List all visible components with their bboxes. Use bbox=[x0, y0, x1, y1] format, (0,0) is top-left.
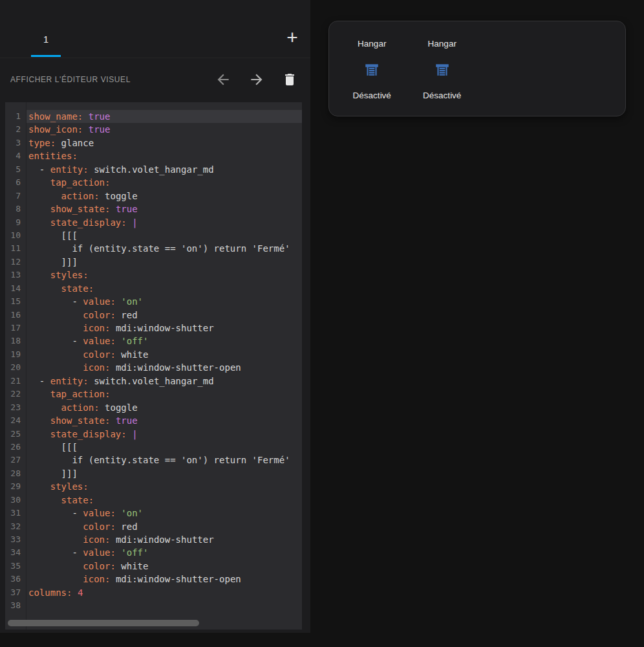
line-content: if (entity.state == 'on') return 'Fermé' bbox=[26, 454, 302, 466]
line-number: 8 bbox=[5, 203, 26, 215]
glance-entity-item[interactable]: HangarDésactivé bbox=[337, 38, 407, 102]
code-line[interactable]: 24 show_state: true bbox=[5, 414, 302, 427]
line-content: tap_action: bbox=[26, 388, 302, 400]
line-number: 25 bbox=[5, 428, 26, 441]
code-line[interactable]: 32 color: red bbox=[5, 520, 302, 533]
code-line[interactable]: 33 icon: mdi:window-shutter bbox=[5, 533, 302, 546]
code-line[interactable]: 8 show_state: true bbox=[5, 203, 302, 215]
undo-button[interactable] bbox=[215, 71, 231, 88]
code-line[interactable]: 36 icon: mdi:window-shutter-open bbox=[5, 573, 302, 586]
line-content: show_state: true bbox=[26, 203, 302, 215]
code-line[interactable]: 35 color: white bbox=[5, 560, 302, 573]
line-content: styles: bbox=[26, 269, 302, 281]
line-number: 14 bbox=[5, 282, 26, 295]
line-number: 23 bbox=[5, 401, 26, 414]
code-line[interactable]: 28 ]]] bbox=[5, 467, 302, 480]
line-number: 28 bbox=[5, 467, 26, 480]
line-number: 1 bbox=[5, 110, 26, 123]
code-line[interactable]: 23 action: toggle bbox=[5, 401, 302, 414]
code-line[interactable]: 18 - value: 'off' bbox=[5, 334, 302, 347]
line-content: state: bbox=[26, 282, 302, 295]
code-line[interactable]: 3type: glance bbox=[5, 137, 302, 149]
line-content: state_display: | bbox=[26, 216, 302, 229]
code-line[interactable]: 20 icon: mdi:window-shutter-open bbox=[5, 361, 302, 374]
show-visual-editor-button[interactable]: AFFICHER L'ÉDITEUR VISUEL bbox=[10, 75, 131, 84]
line-number: 26 bbox=[5, 441, 26, 454]
code-line[interactable]: 19 color: white bbox=[5, 348, 302, 361]
line-number: 17 bbox=[5, 322, 26, 334]
line-content: - value: 'off' bbox=[26, 334, 302, 347]
line-content: color: red bbox=[26, 309, 302, 322]
code-line[interactable]: 17 icon: mdi:window-shutter bbox=[5, 322, 302, 334]
code-line[interactable]: 14 state: bbox=[5, 282, 302, 295]
glance-grid: HangarDésactivéHangarDésactivé bbox=[329, 21, 625, 116]
line-content: color: red bbox=[26, 520, 302, 533]
code-line[interactable]: 34 - value: 'off' bbox=[5, 546, 302, 559]
line-content: - entity: switch.volet_hangar_md bbox=[26, 163, 302, 176]
code-line[interactable]: 4entities: bbox=[5, 149, 302, 162]
code-line[interactable]: 37columns: 4 bbox=[5, 586, 302, 599]
code-line[interactable]: 22 tap_action: bbox=[5, 388, 302, 400]
code-line[interactable]: 2show_icon: true bbox=[5, 123, 302, 136]
line-number: 20 bbox=[5, 361, 26, 374]
line-number: 32 bbox=[5, 520, 26, 533]
trash-icon bbox=[282, 72, 297, 87]
line-number: 3 bbox=[5, 137, 26, 149]
line-number: 16 bbox=[5, 309, 26, 322]
code-line[interactable]: 13 styles: bbox=[5, 269, 302, 281]
tab-1[interactable]: 1 bbox=[31, 23, 61, 57]
line-content: - entity: switch.volet_hangar_md bbox=[26, 375, 302, 388]
add-tab-button[interactable]: + bbox=[281, 25, 304, 50]
line-number: 18 bbox=[5, 334, 26, 347]
code-line[interactable]: 30 state: bbox=[5, 494, 302, 507]
code-line[interactable]: 6 tap_action: bbox=[5, 176, 302, 189]
line-content: icon: mdi:window-shutter bbox=[26, 533, 302, 546]
yaml-code-editor[interactable]: 1show_name: true2show_icon: true3type: g… bbox=[5, 102, 302, 630]
card-editor-panel: 1 + AFFICHER L'ÉDITEUR VISUEL bbox=[0, 0, 310, 633]
line-content: action: toggle bbox=[26, 401, 302, 414]
code-line[interactable]: 9 state_display: | bbox=[5, 216, 302, 229]
code-line[interactable]: 16 color: red bbox=[5, 309, 302, 322]
code-line[interactable]: 27 if (entity.state == 'on') return 'Fer… bbox=[5, 454, 302, 466]
code-line[interactable]: 7 action: toggle bbox=[5, 190, 302, 203]
delete-card-button[interactable] bbox=[282, 72, 297, 87]
line-content: state_display: | bbox=[26, 428, 302, 441]
code-line[interactable]: 10 [[[ bbox=[5, 229, 302, 242]
glance-entity-item[interactable]: HangarDésactivé bbox=[407, 38, 478, 102]
line-content: columns: 4 bbox=[26, 586, 302, 599]
line-number: 6 bbox=[5, 176, 26, 189]
line-content: [[[ bbox=[26, 441, 302, 454]
code-line[interactable]: 21 - entity: switch.volet_hangar_md bbox=[5, 375, 302, 388]
arrow-left-icon bbox=[215, 71, 231, 88]
code-line[interactable]: 29 styles: bbox=[5, 480, 302, 493]
line-number: 2 bbox=[5, 123, 26, 136]
line-content: show_state: true bbox=[26, 414, 302, 427]
line-content: ]]] bbox=[26, 256, 302, 269]
glance-card: HangarDésactivéHangarDésactivé bbox=[328, 21, 626, 116]
line-number: 30 bbox=[5, 494, 26, 507]
line-content: [[[ bbox=[26, 229, 302, 242]
line-number: 24 bbox=[5, 414, 26, 427]
line-content: styles: bbox=[26, 480, 302, 493]
scrollbar-thumb[interactable] bbox=[8, 620, 199, 626]
code-line[interactable]: 38 bbox=[5, 599, 302, 612]
code-line[interactable]: 1show_name: true bbox=[5, 110, 302, 123]
code-line[interactable]: 25 state_display: | bbox=[5, 428, 302, 441]
line-number: 4 bbox=[5, 149, 26, 162]
line-number: 33 bbox=[5, 533, 26, 546]
tab-1-label: 1 bbox=[43, 34, 48, 45]
code-line[interactable]: 26 [[[ bbox=[5, 441, 302, 454]
line-number: 10 bbox=[5, 229, 26, 242]
horizontal-scrollbar[interactable] bbox=[8, 620, 299, 626]
code-line[interactable]: 11 if (entity.state == 'on') return 'Fer… bbox=[5, 242, 302, 255]
tab-bar: 1 + bbox=[0, 0, 310, 58]
window-shutter-icon bbox=[363, 61, 380, 78]
code-line[interactable]: 12 ]]] bbox=[5, 256, 302, 269]
code-line[interactable]: 31 - value: 'on' bbox=[5, 507, 302, 520]
entity-state: Désactivé bbox=[423, 90, 461, 102]
redo-button[interactable] bbox=[248, 71, 265, 88]
code-line[interactable]: 5 - entity: switch.volet_hangar_md bbox=[5, 163, 302, 176]
line-content: - value: 'on' bbox=[26, 295, 302, 308]
code-line[interactable]: 15 - value: 'on' bbox=[5, 295, 302, 308]
entity-name: Hangar bbox=[428, 38, 456, 50]
